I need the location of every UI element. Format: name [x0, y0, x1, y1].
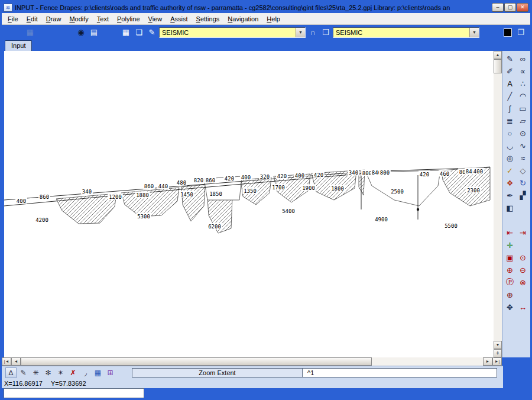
sketch-icon[interactable]: ✎ [504, 53, 516, 64]
snap-lock-icon[interactable]: ∆ [5, 367, 17, 378]
grid-display-icon[interactable]: ▦ [92, 367, 103, 378]
drape-combo-dropdown-icon[interactable]: ▼ [469, 28, 479, 37]
svg-text:400: 400 [241, 175, 251, 180]
circle-icon[interactable]: ○ [504, 127, 516, 139]
select-mode-icon[interactable]: ◞ [80, 367, 91, 378]
drawing-canvas[interactable]: 4008603401200188086044048014508208604201… [4, 51, 494, 357]
drape-combo[interactable]: SEISMIC ▼ [333, 27, 479, 38]
save-icon[interactable]: ▦ [24, 27, 36, 38]
tab-input[interactable]: Input [5, 40, 32, 51]
menu-item-assist[interactable]: Assist [166, 13, 192, 24]
scroll-right-icon[interactable]: ► [483, 357, 492, 366]
zoom-previous-icon[interactable]: ⊙ [517, 251, 529, 263]
scroll-jump-icon[interactable]: ⇕ [494, 349, 502, 357]
scroll-left-icon[interactable]: ◄ [11, 357, 21, 366]
horizontal-scroll-thumb[interactable] [21, 357, 372, 366]
paste-icon[interactable]: ❐ [515, 27, 527, 38]
zoom-out-icon[interactable]: ⊖ [517, 264, 529, 276]
plot-icon[interactable]: ❒ [320, 27, 332, 38]
curve-icon[interactable]: ∿ [517, 140, 529, 151]
menu-item-navigation[interactable]: Navigation [223, 13, 262, 24]
zoom-in-icon[interactable]: ⊕ [504, 264, 516, 276]
isolate-box-icon[interactable]: ◧ [504, 202, 516, 214]
spline-icon[interactable]: ≈ [517, 152, 529, 164]
scroll-down-icon[interactable]: ▼ [494, 341, 502, 349]
pan-icon[interactable]: ✥ [504, 301, 516, 313]
zoom-extent-button[interactable]: Zoom Extent [132, 369, 303, 377]
svg-text:400: 400 [17, 198, 26, 204]
midpoint-snap-icon[interactable]: ✻ [43, 367, 54, 378]
ellipse-icon[interactable]: ⊙ [517, 127, 529, 139]
horizontal-scrollbar[interactable]: |◄ ◄ ► ►| [2, 357, 502, 366]
no-snap-icon[interactable]: ✗ [67, 367, 79, 378]
scroll-last-icon[interactable]: ►| [492, 357, 502, 366]
solids-3d-icon[interactable]: ❖ [504, 177, 516, 189]
menu-item-file[interactable]: File [4, 13, 22, 24]
menu-item-edit[interactable]: Edit [22, 13, 42, 24]
print-icon[interactable]: ▤ [88, 27, 100, 38]
box-3d-icon[interactable]: ◇ [517, 164, 529, 176]
menu-item-modify[interactable]: Modify [65, 13, 92, 24]
cad-canvas-svg: 4008603401200188086044048014508208604201… [4, 51, 494, 357]
scroll-up-icon[interactable]: ▲ [494, 51, 502, 59]
rotate-3d-icon[interactable]: ↻ [517, 177, 529, 189]
svg-text:440: 440 [158, 183, 168, 189]
menu-item-settings[interactable]: Settings [192, 13, 224, 24]
plot-arrow-right-icon[interactable]: ⇥ [517, 227, 529, 238]
rectangle-icon[interactable]: ▭ [517, 102, 529, 114]
find-icon[interactable]: ∞ [517, 53, 529, 64]
zoom-extents-icon[interactable]: ↔ [517, 301, 529, 313]
redraw-icon[interactable]: ✒ [504, 189, 516, 201]
menu-item-text[interactable]: Text [93, 13, 113, 24]
lock-icon[interactable]: ∩ [307, 27, 319, 38]
polyline-icon[interactable]: ∫ [504, 102, 516, 114]
text-icon[interactable]: A [504, 78, 516, 89]
zoom-cancel-icon[interactable]: ⊗ [517, 276, 529, 288]
datasheet-icon[interactable]: ▦ [120, 27, 132, 38]
vertical-scroll-thumb[interactable] [494, 59, 502, 73]
color-swatch[interactable] [504, 28, 512, 37]
minimize-button[interactable]: – [492, 3, 504, 12]
title-bar[interactable]: ≋ INPUT - Fence Drapes: p:\clients\roads… [2, 2, 530, 13]
polygon-icon[interactable]: ▱ [517, 115, 529, 127]
svg-text:800: 800 [380, 170, 390, 176]
arc-segment-icon[interactable]: ◡ [504, 140, 516, 151]
grid-snap-icon[interactable]: ⊞ [105, 367, 116, 378]
horizontal-scroll-track[interactable] [21, 357, 483, 366]
drape-combo-value: SEISMIC [333, 28, 469, 37]
sketch-plus-icon[interactable]: ✐ [504, 65, 516, 77]
close-button[interactable]: ✕ [517, 3, 528, 12]
zoom-window-icon[interactable]: ▣ [504, 251, 516, 263]
snap-cross-icon[interactable]: ✛ [504, 239, 516, 251]
multiline-icon[interactable]: ≣ [504, 115, 516, 127]
zoom-page-icon[interactable]: Ⓟ [504, 276, 516, 288]
maximize-button[interactable]: ▢ [504, 3, 516, 12]
intersection-snap-icon[interactable]: ✳ [30, 367, 41, 378]
line-icon[interactable]: ╱ [504, 90, 516, 102]
vertical-scroll-track[interactable] [494, 73, 502, 341]
find-next-icon[interactable]: ∝ [517, 65, 529, 77]
report-properties-icon[interactable]: ✎ [146, 27, 158, 38]
svg-text:460: 460 [440, 171, 449, 177]
report-combo-dropdown-icon[interactable]: ▼ [296, 28, 305, 37]
vertical-scrollbar[interactable]: ▲ ▼ ⇕ [494, 51, 502, 357]
nearest-snap-icon[interactable]: ✶ [55, 367, 66, 378]
menu-item-draw[interactable]: Draw [42, 13, 66, 24]
preview-eye-icon[interactable]: ◉ [75, 27, 87, 38]
arc-icon[interactable]: ◠ [517, 90, 529, 102]
spacer [5, 32, 23, 33]
shade-icon[interactable]: ▞ [517, 189, 529, 201]
report-combo[interactable]: SEISMIC ▼ [159, 27, 306, 38]
donut-icon[interactable]: ◎ [504, 152, 516, 164]
accept-icon[interactable]: ✓ [504, 164, 516, 176]
command-input[interactable] [4, 388, 144, 398]
plot-arrow-left-icon[interactable]: ⇤ [504, 227, 516, 238]
zoom-selected-icon[interactable]: ⊕ [504, 289, 516, 301]
endpoint-snap-icon[interactable]: ✎ [18, 367, 29, 378]
new-report-icon[interactable]: ❏ [133, 27, 145, 38]
point-icon[interactable]: ∴ [517, 78, 529, 89]
menu-item-polyline[interactable]: Polyline [113, 13, 144, 24]
menu-item-help[interactable]: Help [262, 13, 284, 24]
menu-item-view[interactable]: View [144, 13, 167, 24]
scroll-first-icon[interactable]: |◄ [2, 357, 11, 366]
